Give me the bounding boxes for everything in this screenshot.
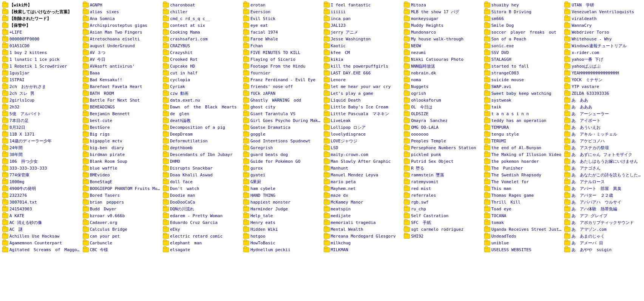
list-item[interactable]: YEAHHHHHHHHHHHHHHHH	[564, 69, 642, 76]
list-item[interactable]: Dawn of the Black Hearts	[162, 103, 241, 110]
list-item[interactable]: JAL123	[323, 22, 402, 29]
list-item[interactable]: Mental Wealth	[323, 226, 402, 233]
list-item[interactable]: Lenore	[323, 76, 402, 83]
list-item[interactable]: Good Intentions Spudnewt	[242, 137, 321, 144]
list-item[interactable]: hotgoo	[242, 233, 321, 239]
list-item[interactable]: elsagate	[162, 246, 241, 253]
list-item[interactable]: The Punisher	[483, 165, 562, 171]
list-item[interactable]: 7本目の足	[2, 117, 80, 124]
list-item[interactable]: Bored Tasers	[82, 192, 161, 199]
list-item[interactable]: あ あやや suigin	[564, 246, 642, 253]
list-item[interactable]: AC 消える砂の像	[2, 219, 80, 226]
list-item[interactable]: あ アパパアハ ウルサイ	[564, 199, 642, 205]
list-item[interactable]: nezumi	[403, 49, 482, 56]
list-item[interactable]: edarem - Pretty Woman	[162, 212, 241, 219]
list-item[interactable]: guard beats dog	[242, 151, 321, 158]
list-item[interactable]: yahoo一番 下げ	[564, 56, 642, 63]
list-item[interactable]: LOVEジャウジ	[323, 137, 402, 144]
list-item[interactable]: gurox	[242, 165, 321, 171]
list-item[interactable]: iiiiii	[323, 8, 402, 15]
list-item[interactable]: best-cute	[82, 117, 161, 124]
list-item[interactable]: brian peppers	[82, 199, 161, 205]
list-item[interactable]: McKamey Manor	[323, 199, 402, 205]
list-item[interactable]: UTAN 学研	[564, 2, 642, 8]
list-item[interactable]: let me hear your war cry	[323, 83, 402, 90]
list-item[interactable]: This man	[483, 185, 562, 192]
list-item[interactable]: I feel fantastic	[323, 2, 402, 8]
list-item[interactable]: facial 1974	[242, 29, 321, 36]
list-item[interactable]: BestGore	[82, 124, 161, 131]
list-item[interactable]: viraldeath	[564, 15, 642, 22]
list-item[interactable]: HowToBasic	[242, 239, 321, 246]
list-item[interactable]: DeepDream	[162, 131, 241, 137]
list-item[interactable]: 1000mg	[2, 178, 80, 185]
list-item[interactable]: Lollipop ロシア	[323, 124, 402, 131]
list-item[interactable]: Battle For Next Shot	[82, 97, 161, 103]
list-item[interactable]: Manuel Mendez Leyva	[323, 171, 402, 178]
list-item[interactable]: Mundonarco	[403, 29, 482, 36]
list-item[interactable]: the end of Al-Bunyan	[483, 144, 562, 151]
list-item[interactable]: Cooking Mama	[162, 29, 241, 36]
list-item[interactable]: YOCK ミナサン	[564, 76, 642, 83]
list-item[interactable]: Thrill Kill	[483, 199, 562, 205]
list-item[interactable]: UndeadTeds	[483, 233, 562, 239]
list-item[interactable]: 2ch おかがれさま	[2, 83, 80, 90]
list-item[interactable]: birdman pirate	[82, 151, 161, 158]
list-item[interactable]: Uganda Receives Street Justice	[483, 226, 562, 233]
list-item[interactable]: Goregrish	[242, 144, 321, 151]
list-item[interactable]: 2ch スレ 男	[2, 90, 80, 97]
list-item[interactable]: Crooked Rot	[162, 56, 241, 63]
list-item[interactable]: maity-crown.com	[323, 151, 402, 158]
list-item[interactable]: sonic.exe	[483, 42, 562, 49]
list-item[interactable]: Persephone Numbers Station	[403, 144, 482, 151]
list-item[interactable]: NNN臨時放送	[403, 63, 482, 69]
list-item[interactable]: あ アーシューラー	[564, 110, 642, 117]
list-item[interactable]: OMG OO-LALA	[403, 124, 482, 131]
list-item[interactable]: big-ben diary	[82, 144, 161, 151]
list-item[interactable]: 11B X 1371	[2, 131, 80, 137]
list-item[interactable]: Agamemnon Counterpart	[2, 239, 80, 246]
list-item[interactable]: Disrupts Snackbar	[162, 165, 241, 171]
list-item[interactable]: Putrid Sex Object	[403, 158, 482, 165]
list-item[interactable]: LSD	[323, 144, 402, 151]
list-item[interactable]: Blank Room Soup	[82, 158, 161, 165]
list-item[interactable]: milkchug	[323, 239, 402, 246]
list-item[interactable]: AV ３つ	[82, 49, 161, 56]
list-item[interactable]: erotan	[242, 2, 321, 8]
list-item[interactable]: My house walk-through	[403, 36, 482, 42]
list-item[interactable]: 【wiki外】	[2, 2, 80, 8]
list-item[interactable]: あ あまのじゃく	[564, 233, 642, 239]
list-item[interactable]: あ アパート 部屋 異臭	[564, 185, 642, 192]
list-item[interactable]: 1 Robotik 1 Scrowdriver	[2, 63, 80, 69]
list-item[interactable]: noma	[403, 76, 482, 83]
list-item[interactable]: strangeC003	[483, 69, 562, 76]
list-item[interactable]: LAST DAY.EXE 666	[323, 69, 402, 76]
list-item[interactable]: 4900牛の発明	[2, 185, 80, 192]
list-item[interactable]: the pokemon hoarder	[483, 158, 562, 165]
list-item[interactable]: WannaCry	[564, 22, 642, 29]
list-item[interactable]: fournier	[242, 69, 321, 76]
list-item[interactable]: red mist	[403, 185, 482, 192]
list-item[interactable]: Man Slowly After Graphic	[323, 158, 402, 165]
list-item[interactable]: Hidden Wiki	[242, 226, 321, 233]
list-item[interactable]: Giant Tarantula VS	[242, 110, 321, 117]
list-item[interactable]: Peoples Temple	[403, 137, 482, 144]
list-item[interactable]: maze dx	[323, 192, 402, 199]
list-item[interactable]: Webdriver Torso	[564, 29, 642, 36]
list-item[interactable]: gyatei	[242, 171, 321, 178]
list-item[interactable]: can your pet	[82, 233, 161, 239]
list-item[interactable]: BMEvideo	[82, 171, 161, 178]
list-item[interactable]: monkeysugar	[403, 15, 482, 22]
list-item[interactable]: kfee CM	[323, 49, 402, 56]
list-item[interactable]: mario peta	[323, 178, 402, 185]
list-item[interactable]: CRAZYBUS	[162, 42, 241, 49]
list-item[interactable]: YTP vastare	[564, 83, 642, 90]
list-item[interactable]: MLB the show 17 バグ	[403, 8, 482, 15]
list-item[interactable]: Little Baby's Ice Cream	[323, 103, 402, 110]
list-item[interactable]: あ アイポート	[564, 117, 642, 124]
list-item[interactable]: 38年間	[2, 151, 80, 158]
list-item[interactable]: Kaotic	[323, 42, 402, 49]
list-item[interactable]: taik	[483, 103, 562, 110]
list-item[interactable]: AGNPH	[82, 2, 161, 8]
list-item[interactable]: Henry eats	[242, 219, 321, 226]
